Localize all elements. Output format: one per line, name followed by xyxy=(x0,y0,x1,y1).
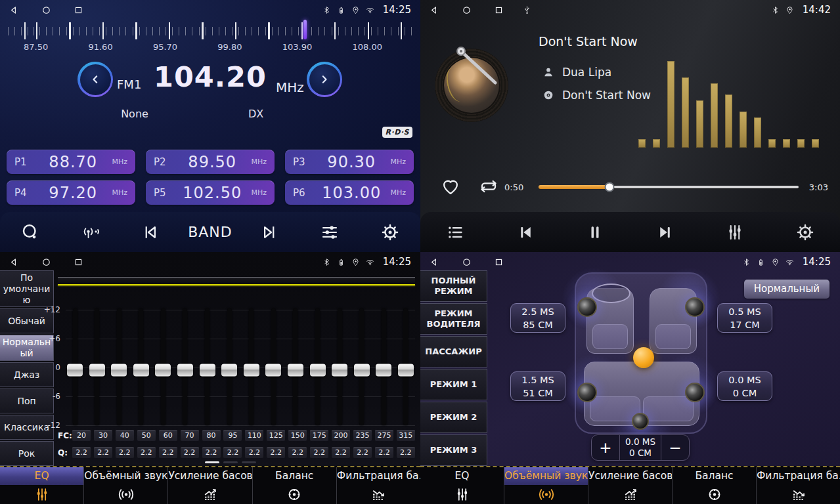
recents-icon[interactable] xyxy=(74,257,83,267)
slider-knob[interactable] xyxy=(67,364,83,377)
progress-slider[interactable] xyxy=(539,186,799,188)
slider-knob[interactable] xyxy=(398,364,414,377)
eq-band-slider[interactable] xyxy=(177,308,193,425)
fc-value-cell[interactable]: 70 xyxy=(181,430,199,441)
preset-button[interactable]: P2 89.50 MHz xyxy=(146,150,275,174)
home-icon[interactable] xyxy=(41,257,51,267)
slider-track[interactable] xyxy=(382,308,386,425)
repeat-button[interactable] xyxy=(477,176,500,197)
tab-balance[interactable]: Баланс xyxy=(253,467,337,504)
slider-track[interactable] xyxy=(271,308,276,425)
slider-knob[interactable] xyxy=(310,364,326,377)
listening-position-indicator[interactable] xyxy=(633,347,654,368)
preset-button[interactable]: P4 97.20 MHz xyxy=(7,180,135,205)
slider-knob[interactable] xyxy=(89,364,105,377)
fc-value-cell[interactable]: 50 xyxy=(137,430,156,441)
previous-station-button[interactable] xyxy=(127,217,173,248)
slider-track[interactable] xyxy=(359,308,364,425)
next-station-button[interactable] xyxy=(246,217,292,248)
eq-band-slider[interactable] xyxy=(288,308,303,425)
eq-band-slider[interactable] xyxy=(354,308,370,425)
back-icon[interactable] xyxy=(9,257,19,267)
delay-rear-right-button[interactable]: 0.0 MS 0 CM xyxy=(717,371,772,401)
slider-knob[interactable] xyxy=(288,364,303,377)
slider-knob[interactable] xyxy=(376,364,391,377)
scan-button[interactable] xyxy=(7,217,53,248)
preset-button[interactable]: P3 90.30 MHz xyxy=(285,150,414,174)
fc-value-cell[interactable]: 150 xyxy=(288,430,307,441)
home-icon[interactable] xyxy=(462,257,472,267)
slider-track[interactable] xyxy=(117,308,122,425)
sound-mode-item[interactable]: РЕЖИМ 2 xyxy=(420,402,487,433)
settings-button[interactable] xyxy=(782,217,828,248)
eq-band-slider[interactable] xyxy=(332,308,347,425)
equalizer-button[interactable] xyxy=(712,217,758,248)
recents-icon[interactable] xyxy=(494,257,504,267)
delay-front-right-button[interactable]: 0.5 MS 17 CM xyxy=(717,303,772,333)
slider-track[interactable] xyxy=(338,308,342,425)
band-button[interactable]: BAND xyxy=(188,217,232,248)
eq-band-slider[interactable] xyxy=(200,308,215,425)
slider-knob[interactable] xyxy=(200,364,215,377)
slider-knob[interactable] xyxy=(354,364,370,377)
home-icon[interactable] xyxy=(41,5,51,15)
eq-band-slider[interactable] xyxy=(89,308,105,425)
tab-surround[interactable]: Объёмный звук xyxy=(504,467,588,504)
fc-value-cell[interactable]: 175 xyxy=(310,430,328,441)
slider-track[interactable] xyxy=(315,308,320,425)
q-value-cell[interactable]: 2.2 xyxy=(223,447,242,458)
preset-button[interactable]: P5 102.50 MHz xyxy=(146,180,275,205)
previous-track-button[interactable] xyxy=(502,217,548,248)
preset-button[interactable]: P1 88.70 MHz xyxy=(7,150,135,174)
decrease-delay-button[interactable]: − xyxy=(661,435,689,460)
eq-band-slider[interactable] xyxy=(67,308,83,425)
pause-button[interactable] xyxy=(572,217,618,248)
q-value-cell[interactable]: 2.2 xyxy=(267,447,285,458)
fc-value-cell[interactable]: 80 xyxy=(202,430,221,441)
slider-knob[interactable] xyxy=(177,364,193,377)
equalizer-button[interactable] xyxy=(307,217,353,248)
tab-balance[interactable]: Баланс xyxy=(673,467,757,504)
sound-mode-item[interactable]: ПОЛНЫЙ РЕЖИМ xyxy=(420,270,487,302)
tab-eq[interactable]: EQ xyxy=(0,467,84,504)
fc-value-cell[interactable]: 60 xyxy=(159,430,177,441)
tab-bass-boost[interactable]: Усиление басов xyxy=(588,467,673,504)
slider-track[interactable] xyxy=(403,308,408,425)
fc-value-cell[interactable]: 200 xyxy=(332,430,350,441)
q-value-cell[interactable]: 2.2 xyxy=(94,447,112,458)
q-value-cell[interactable]: 2.2 xyxy=(310,447,328,458)
q-value-cell[interactable]: 2.2 xyxy=(332,447,350,458)
preset-button[interactable]: P6 103.00 MHz xyxy=(285,180,414,205)
delay-front-left-button[interactable]: 2.5 MS 85 CM xyxy=(510,303,565,333)
fc-value-cell[interactable]: 20 xyxy=(72,430,91,441)
settings-button[interactable] xyxy=(367,217,413,248)
q-value-cell[interactable]: 2.2 xyxy=(353,447,372,458)
recents-icon[interactable] xyxy=(74,5,83,15)
sound-mode-item[interactable]: ПАССАЖИР xyxy=(420,336,487,368)
sound-mode-item[interactable]: РЕЖИМ 3 xyxy=(420,434,487,466)
slider-knob[interactable] xyxy=(133,364,149,377)
q-value-cell[interactable]: 2.2 xyxy=(181,447,199,458)
tab-eq[interactable]: EQ xyxy=(420,467,504,504)
home-icon[interactable] xyxy=(462,5,472,15)
seek-up-button[interactable] xyxy=(307,62,342,97)
q-value-cell[interactable]: 2.2 xyxy=(72,447,91,458)
slider-track[interactable] xyxy=(205,308,210,425)
playlist-button[interactable] xyxy=(432,217,478,248)
fc-value-cell[interactable]: 275 xyxy=(375,430,393,441)
back-icon[interactable] xyxy=(430,5,439,15)
tab-filter[interactable]: Фильтрация ба... xyxy=(337,467,420,504)
eq-band-slider[interactable] xyxy=(133,308,149,425)
slider-knob[interactable] xyxy=(221,364,237,377)
slider-knob[interactable] xyxy=(111,364,127,377)
slider-track[interactable] xyxy=(249,308,254,425)
tab-filter[interactable]: Фильтрация ба... xyxy=(757,467,840,504)
favorite-button[interactable] xyxy=(440,176,461,197)
eq-band-slider[interactable] xyxy=(398,308,414,425)
fc-value-cell[interactable]: 235 xyxy=(353,430,372,441)
eq-preset-item[interactable]: Рок xyxy=(0,441,54,466)
eq-band-slider[interactable] xyxy=(111,308,127,425)
q-value-cell[interactable]: 2.2 xyxy=(137,447,156,458)
profile-button[interactable]: Нормальный xyxy=(744,280,829,299)
eq-band-slider[interactable] xyxy=(155,308,171,425)
